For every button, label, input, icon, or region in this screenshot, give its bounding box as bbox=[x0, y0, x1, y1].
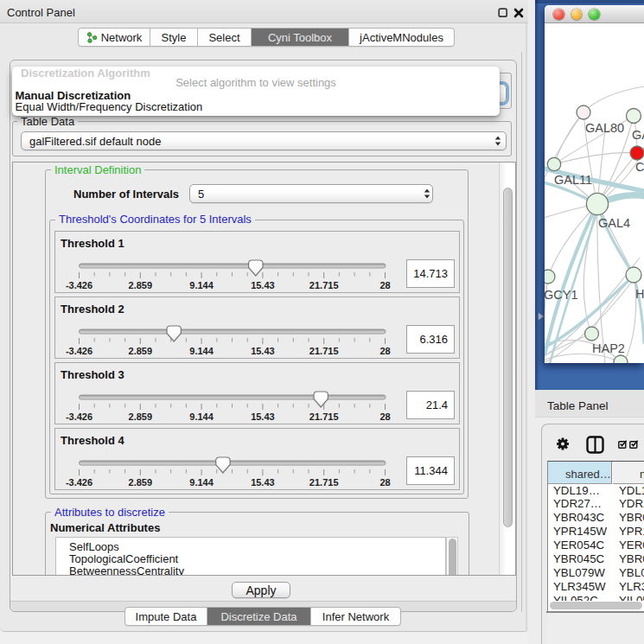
svg-text:CR: CR bbox=[635, 160, 644, 174]
svg-text:2.859: 2.859 bbox=[129, 346, 153, 356]
svg-text:9.144: 9.144 bbox=[189, 346, 214, 356]
svg-text:-3.426: -3.426 bbox=[66, 411, 92, 422]
svg-text:15.43: 15.43 bbox=[251, 477, 275, 488]
svg-text:21.715: 21.715 bbox=[309, 411, 339, 422]
svg-text:15.43: 15.43 bbox=[251, 346, 275, 356]
svg-text:2.859: 2.859 bbox=[129, 280, 153, 290]
svg-text:15.43: 15.43 bbox=[251, 411, 275, 422]
svg-text:GAL80: GAL80 bbox=[585, 121, 624, 135]
svg-text:GAL11: GAL11 bbox=[554, 173, 592, 187]
svg-text:9.144: 9.144 bbox=[189, 280, 214, 290]
svg-text:15.43: 15.43 bbox=[251, 280, 275, 290]
svg-text:-3.426: -3.426 bbox=[66, 477, 92, 488]
svg-text:2.859: 2.859 bbox=[129, 411, 153, 422]
svg-text:28: 28 bbox=[379, 477, 390, 488]
svg-text:GAL: GAL bbox=[632, 128, 644, 142]
svg-text:2.859: 2.859 bbox=[129, 477, 153, 488]
svg-text:28: 28 bbox=[379, 411, 390, 422]
svg-text:9.144: 9.144 bbox=[189, 477, 214, 488]
svg-text:28: 28 bbox=[379, 346, 390, 356]
svg-text:-3.426: -3.426 bbox=[66, 280, 92, 290]
svg-text:HI: HI bbox=[635, 287, 644, 301]
svg-text:9.144: 9.144 bbox=[189, 411, 214, 422]
svg-text:21.715: 21.715 bbox=[309, 280, 339, 290]
svg-text:GCY1: GCY1 bbox=[545, 288, 578, 302]
svg-text:HAP2: HAP2 bbox=[592, 341, 625, 355]
svg-text:21.715: 21.715 bbox=[309, 477, 339, 488]
svg-text:28: 28 bbox=[379, 280, 390, 290]
svg-text:-3.426: -3.426 bbox=[66, 346, 92, 356]
svg-text:GAL4: GAL4 bbox=[598, 216, 630, 230]
svg-text:21.715: 21.715 bbox=[309, 346, 339, 356]
